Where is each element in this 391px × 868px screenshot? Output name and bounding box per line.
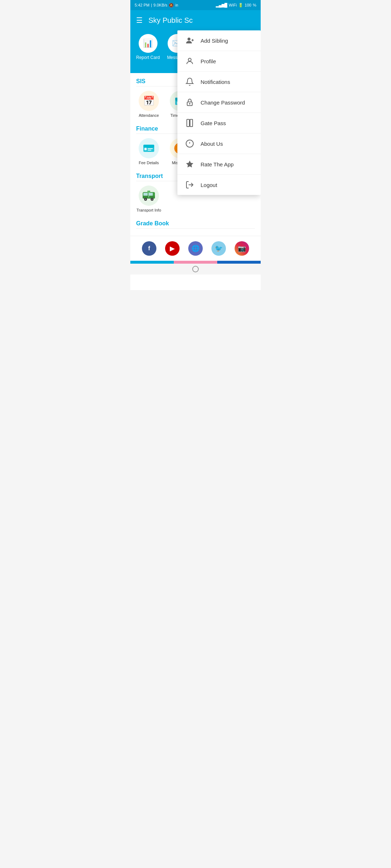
bottom-color-bar: [130, 261, 261, 264]
change-password-icon: [185, 97, 195, 107]
logout-icon: [185, 180, 195, 190]
svg-rect-37: [143, 193, 148, 196]
dropdown-notifications[interactable]: Notifications: [177, 72, 261, 92]
attendance-icon: 📅: [139, 91, 159, 111]
transportinfo-icon: i: [139, 186, 159, 206]
home-button[interactable]: [192, 266, 199, 272]
reportcard-label: Report Card: [136, 55, 160, 60]
status-speed: 9.0KB/s: [154, 3, 168, 7]
facebook-icon[interactable]: f: [142, 241, 156, 256]
notifications-label: Notifications: [201, 79, 230, 85]
add-sibling-label: Add Sibling: [201, 38, 228, 44]
bb-pink: [174, 261, 217, 264]
twitter-icon[interactable]: 🐦: [211, 241, 226, 256]
svg-rect-14: [148, 150, 151, 150]
app-title: Sky Public Sc: [148, 16, 193, 25]
rate-app-icon: [185, 159, 195, 169]
website-label: 🌐: [192, 244, 199, 252]
youtube-icon[interactable]: ▶: [165, 241, 180, 256]
status-time: 5:42 PM: [135, 3, 150, 7]
feedetails-icon: [139, 138, 159, 158]
signal-icon: ▂▄▆█: [216, 3, 227, 8]
transportinfo-label: Transport Info: [136, 208, 161, 212]
status-right: ▂▄▆█ WiFi 🔋 100 %: [216, 3, 256, 8]
gradebook-section: Grade Book: [130, 215, 261, 236]
svg-point-43: [151, 199, 153, 200]
dropdown-menu: Add Sibling Profile Notifications C: [177, 30, 261, 195]
status-network: |: [151, 3, 152, 7]
dropdown-add-sibling[interactable]: Add Sibling: [177, 30, 261, 51]
facebook-label: f: [148, 245, 150, 252]
svg-rect-53: [190, 119, 193, 127]
dropdown-change-password[interactable]: Change Password: [177, 92, 261, 113]
svg-point-12: [145, 148, 147, 150]
battery-icon: 🔋: [238, 3, 243, 8]
gate-pass-icon: [185, 118, 195, 128]
dropdown-rate-app[interactable]: Rate The App: [177, 154, 261, 175]
svg-rect-13: [148, 148, 153, 149]
svg-rect-52: [187, 119, 189, 127]
status-left: 5:42 PM | 9.0KB/s 🔕 in: [135, 3, 178, 8]
feedetails-item[interactable]: Fee Details: [136, 138, 161, 165]
banner-item-reportcard[interactable]: 📊 Report Card: [136, 34, 160, 60]
about-us-icon: [185, 139, 195, 149]
linkedin-icon: in: [175, 3, 178, 7]
profile-icon: [185, 56, 195, 66]
transportinfo-item[interactable]: i Transport Info: [136, 186, 161, 212]
notifications-icon: [185, 77, 195, 87]
svg-rect-45: [147, 191, 150, 193]
website-icon[interactable]: 🌐: [188, 241, 203, 256]
instagram-icon[interactable]: 📷: [235, 241, 249, 256]
svg-marker-57: [186, 161, 193, 167]
rate-app-label: Rate The App: [201, 161, 234, 167]
app-header: ☰ Sky Public Sc: [130, 10, 261, 30]
nav-hint: [130, 264, 261, 275]
svg-point-51: [189, 103, 190, 104]
gate-pass-label: Gate Pass: [201, 120, 226, 126]
feedetails-label: Fee Details: [139, 161, 159, 165]
bb-darkblue: [217, 261, 261, 264]
reportcard-icon: 📊: [139, 34, 157, 53]
bb-blue: [130, 261, 174, 264]
logout-label: Logout: [201, 182, 217, 188]
wifi-icon: WiFi: [229, 3, 237, 7]
add-sibling-icon: [185, 35, 195, 46]
dropdown-about-us[interactable]: About Us: [177, 133, 261, 154]
change-password-label: Change Password: [201, 99, 245, 106]
svg-point-46: [188, 38, 190, 41]
svg-text:i: i: [148, 195, 149, 198]
instagram-label: 📷: [238, 244, 246, 252]
svg-point-49: [188, 58, 191, 61]
twitter-label: 🐦: [215, 244, 223, 252]
youtube-label: ▶: [170, 244, 175, 252]
social-bar: f ▶ 🌐 🐦 📷: [130, 236, 261, 261]
about-us-label: About Us: [201, 141, 223, 147]
hamburger-menu[interactable]: ☰: [136, 16, 143, 25]
profile-label: Profile: [201, 58, 216, 64]
gradebook-title: Grade Book: [136, 220, 255, 229]
dropdown-logout[interactable]: Logout: [177, 175, 261, 195]
status-bar: 5:42 PM | 9.0KB/s 🔕 in ▂▄▆█ WiFi 🔋 100 %: [130, 0, 261, 10]
mute-icon: 🔕: [169, 3, 174, 8]
battery-level: 100: [245, 3, 251, 7]
dropdown-profile[interactable]: Profile: [177, 51, 261, 72]
attendance-item[interactable]: 📅 Attendance: [136, 91, 161, 118]
dropdown-gate-pass[interactable]: Gate Pass: [177, 113, 261, 133]
attendance-label: Attendance: [139, 113, 159, 118]
svg-point-41: [145, 199, 146, 200]
svg-rect-10: [143, 145, 154, 148]
